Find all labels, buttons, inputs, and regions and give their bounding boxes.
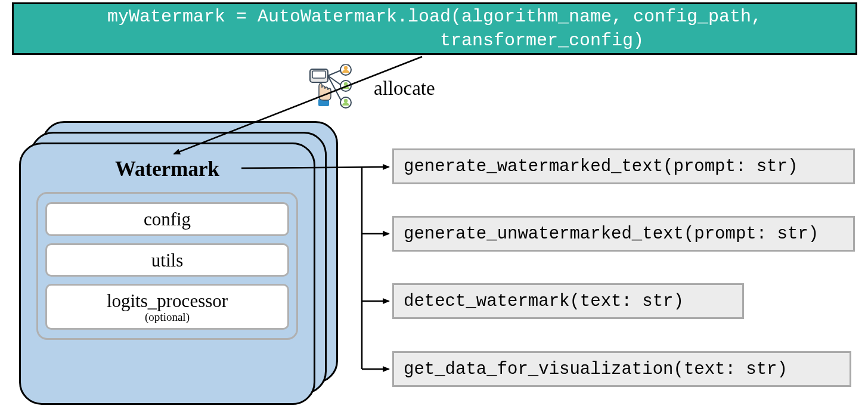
svg-point-10	[344, 99, 348, 103]
card-item-config: config	[45, 202, 289, 236]
watermark-card-front: Watermark config utils logits_processor …	[19, 143, 315, 405]
svg-point-8	[344, 82, 348, 86]
card-item-optional-note: (optional)	[52, 311, 283, 323]
watermark-card-stack: Watermark config utils logits_processor …	[19, 121, 338, 404]
svg-point-6	[344, 66, 348, 70]
card-item-logits-processor: logits_processor (optional)	[45, 284, 289, 329]
allocate-icon	[309, 64, 362, 112]
svg-rect-1	[312, 71, 326, 78]
code-banner: myWatermark = AutoWatermark.load(algorit…	[12, 2, 857, 55]
method-get-data-for-visualization: get_data_for_visualization(text: str)	[392, 351, 851, 387]
watermark-card-title: Watermark	[36, 157, 298, 181]
card-item-logits-processor-label: logits_processor	[107, 290, 228, 311]
watermark-card-inner: config utils logits_processor (optional)	[36, 192, 298, 340]
allocate-label: allocate	[374, 78, 435, 100]
method-detect-watermark: detect_watermark(text: str)	[392, 283, 744, 319]
card-item-utils: utils	[45, 243, 289, 277]
code-text: myWatermark = AutoWatermark.load(algorit…	[107, 5, 762, 53]
method-generate-watermarked-text: generate_watermarked_text(prompt: str)	[392, 148, 855, 184]
method-generate-unwatermarked-text: generate_unwatermarked_text(prompt: str)	[392, 216, 855, 252]
